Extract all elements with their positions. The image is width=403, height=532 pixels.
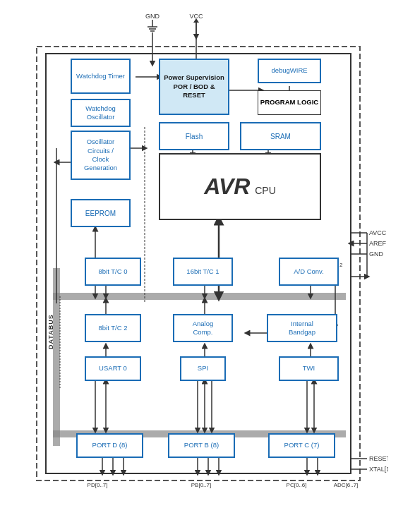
svg-text:GND: GND bbox=[145, 13, 160, 20]
svg-rect-10 bbox=[53, 293, 346, 300]
svg-marker-7 bbox=[193, 18, 199, 23]
eeprom-block: EEPROM bbox=[71, 199, 131, 227]
svg-text:GND: GND bbox=[369, 250, 384, 258]
cpu-text: CPU bbox=[252, 185, 275, 196]
svg-text:AVCC: AVCC bbox=[369, 229, 387, 236]
timer2-label: 8bit T/C 2 bbox=[98, 324, 127, 332]
analog-comp-label: Analog Comp. bbox=[193, 320, 214, 337]
power-supervision-label: Power Supervision POR / BOD & RESET bbox=[164, 73, 224, 99]
avr-cpu-block: AVR CPU bbox=[159, 153, 321, 220]
analog-comp-block: Analog Comp. bbox=[173, 314, 233, 342]
timer2-block: 8bit T/C 2 bbox=[85, 314, 141, 342]
port-b-label: PORT B (8) bbox=[184, 441, 219, 449]
svg-text:RESET: RESET bbox=[369, 455, 388, 462]
port-b-block: PORT B (8) bbox=[168, 433, 235, 458]
port-c-label: PORT C (7) bbox=[284, 441, 320, 449]
sram-label: SRAM bbox=[270, 132, 291, 141]
osc-clock-label: Oscillator Circuits / Clock Generation bbox=[84, 138, 117, 172]
svg-text:PD[0..7]: PD[0..7] bbox=[88, 482, 108, 488]
debug-wire-label: debugWIRE bbox=[271, 66, 307, 75]
svg-text:XTAL[1..2]: XTAL[1..2] bbox=[369, 466, 388, 473]
debug-wire-block: debugWIRE bbox=[258, 59, 321, 83]
program-logic-label: PROGRAM LOGIC bbox=[260, 98, 318, 107]
usart0-block: USART 0 bbox=[85, 356, 141, 381]
port-c-block: PORT C (7) bbox=[268, 433, 335, 458]
ad-conv-label: A/D Conv. bbox=[294, 267, 324, 276]
diagram-container: GND VCC bbox=[14, 7, 388, 522]
svg-text:ADC[6..7]: ADC[6..7] bbox=[334, 482, 359, 488]
osc-clock-block: Oscillator Circuits / Clock Generation bbox=[71, 131, 131, 180]
sram-block: SRAM bbox=[240, 122, 321, 150]
spi-block: SPI bbox=[180, 356, 226, 381]
timer0-label: 8bit T/C 0 bbox=[98, 267, 127, 276]
watchdog-osc-block: Watchdog Oscillator bbox=[71, 99, 131, 127]
spi-label: SPI bbox=[198, 364, 208, 373]
usart0-label: USART 0 bbox=[99, 364, 127, 373]
flash-block: Flash bbox=[159, 122, 229, 150]
watchdog-osc-label: Watchdog Oscillator bbox=[72, 104, 129, 122]
twi-label: TWI bbox=[303, 364, 315, 373]
timer1-block: 16bit T/C 1 bbox=[173, 258, 233, 286]
avr-text: AVR bbox=[204, 174, 250, 199]
port-d-block: PORT D (8) bbox=[76, 433, 143, 458]
flash-label: Flash bbox=[186, 132, 203, 141]
svg-text:AREF: AREF bbox=[369, 240, 387, 247]
program-logic-block: PROGRAM LOGIC bbox=[258, 90, 321, 115]
svg-text:PB[0..7]: PB[0..7] bbox=[191, 482, 211, 488]
databus-label: DATABUS bbox=[47, 303, 54, 360]
watchdog-timer-label: Watchdog Timer bbox=[76, 72, 125, 80]
databus-text: DATABUS bbox=[47, 314, 54, 349]
internal-bandgap-label: Internal Bandgap bbox=[289, 320, 315, 337]
power-supervision-block: Power Supervision POR / BOD & RESET bbox=[159, 59, 229, 115]
twi-block: TWI bbox=[279, 356, 339, 381]
watchdog-timer-block: Watchdog Timer bbox=[71, 59, 131, 94]
svg-text:VCC: VCC bbox=[189, 13, 203, 20]
svg-text:2: 2 bbox=[339, 262, 343, 268]
svg-text:PC[0..6]: PC[0..6] bbox=[287, 482, 307, 488]
ad-conv-block: A/D Conv. bbox=[279, 258, 339, 286]
eeprom-label: EEPROM bbox=[85, 209, 116, 218]
timer0-block: 8bit T/C 0 bbox=[85, 258, 141, 286]
timer1-label: 16bit T/C 1 bbox=[186, 267, 219, 276]
internal-bandgap-block: Internal Bandgap bbox=[267, 314, 337, 342]
port-d-label: PORT D (8) bbox=[92, 441, 128, 449]
avr-cpu-label: AVR CPU bbox=[204, 172, 276, 202]
